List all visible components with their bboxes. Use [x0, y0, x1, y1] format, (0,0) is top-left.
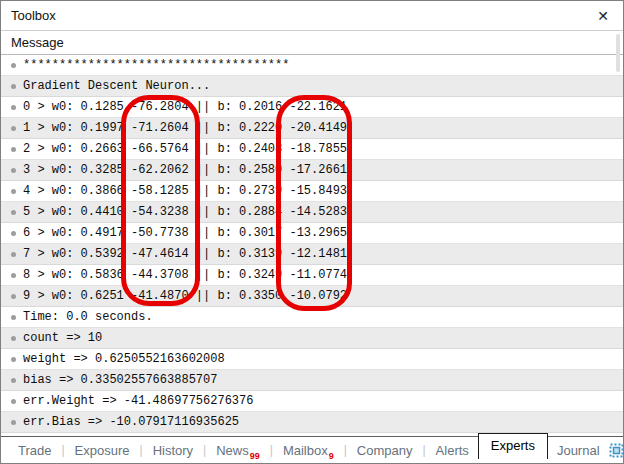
- log-message: err.Bias => -10.07917116935625: [23, 415, 239, 429]
- log-bullet-icon: [11, 315, 16, 320]
- log-bullet-icon: [11, 231, 16, 236]
- log-row[interactable]: 8 > w0: 0.5836 -44.3708 || b: 0.3249 -11…: [1, 265, 623, 286]
- toolbox-window: Toolbox ✕ Message **********************…: [0, 0, 624, 464]
- log-bullet-icon: [11, 252, 16, 257]
- log-message: 6 > w0: 0.4917 -50.7738 || b: 0.3017 -13…: [23, 226, 347, 240]
- log-message: 0 > w0: 0.1285 -76.2804 || b: 0.2016 -22…: [23, 100, 347, 114]
- log-bullet-icon: [11, 336, 16, 341]
- tab-label: Alerts: [436, 443, 469, 458]
- log-row[interactable]: count => 10: [1, 328, 623, 349]
- log-row[interactable]: *************************************: [1, 55, 623, 76]
- window-title: Toolbox: [11, 8, 56, 23]
- close-icon[interactable]: ✕: [593, 7, 613, 25]
- log-bullet-icon: [11, 294, 16, 299]
- log-bullet-icon: [11, 378, 16, 383]
- log-message: count => 10: [23, 331, 102, 345]
- log-bullet-icon: [11, 147, 16, 152]
- log-bullet-icon: [11, 273, 16, 278]
- log-bullet-icon: [11, 168, 16, 173]
- tester-chip-icon: [609, 443, 624, 458]
- message-column-header: Message: [1, 31, 623, 55]
- tab-trade[interactable]: Trade: [9, 443, 60, 458]
- titlebar: Toolbox ✕: [1, 1, 623, 31]
- column-header-label: Message: [11, 35, 64, 50]
- tab-label: Mailbox: [283, 443, 328, 458]
- log-bullet-icon: [11, 63, 16, 68]
- log-message: 3 > w0: 0.3285 -62.2062 || b: 0.2580 -17…: [23, 163, 347, 177]
- log-row[interactable]: Gradient Descent Neuron...: [1, 76, 623, 97]
- tester-button[interactable]: Tester: [609, 443, 624, 458]
- log-row[interactable]: 7 > w0: 0.5392 -47.4614 || b: 0.3139 -12…: [1, 244, 623, 265]
- log-row[interactable]: 2 > w0: 0.2663 -66.5764 || b: 0.2408 -18…: [1, 139, 623, 160]
- log-message: 7 > w0: 0.5392 -47.4614 || b: 0.3139 -12…: [23, 247, 347, 261]
- log-row[interactable]: bias => 0.33502557663885707: [1, 370, 623, 391]
- log-row[interactable]: 1 > w0: 0.1997 -71.2604 || b: 0.2220 -20…: [1, 118, 623, 139]
- log-message: 5 > w0: 0.4410 -54.3238 || b: 0.2884 -14…: [23, 205, 347, 219]
- log-row[interactable]: 9 > w0: 0.6251 -41.4870 || b: 0.3350 -10…: [1, 286, 623, 307]
- log-row[interactable]: 5 > w0: 0.4410 -54.3238 || b: 0.2884 -14…: [1, 202, 623, 223]
- log-row[interactable]: Time: 0.0 seconds.: [1, 307, 623, 328]
- log-message: 8 > w0: 0.5836 -44.3708 || b: 0.3249 -11…: [23, 268, 347, 282]
- log-row[interactable]: 6 > w0: 0.4917 -50.7738 || b: 0.3017 -13…: [1, 223, 623, 244]
- log-row[interactable]: err.Weight => -41.48697756276376: [1, 391, 623, 412]
- tab-label: Experts: [491, 438, 535, 453]
- log-message: *************************************: [23, 58, 289, 72]
- tab-label: Journal: [557, 443, 600, 458]
- tab-bar: Trade|Exposure|History|News99|Mailbox9|C…: [1, 436, 623, 463]
- tab-mailbox[interactable]: Mailbox9: [274, 443, 343, 458]
- log-bullet-icon: [11, 399, 16, 404]
- tab-alerts[interactable]: Alerts: [427, 443, 478, 458]
- tab-history[interactable]: History: [144, 443, 202, 458]
- tab-company[interactable]: Company: [348, 443, 422, 458]
- log-bullet-icon: [11, 189, 16, 194]
- log-message: bias => 0.33502557663885707: [23, 373, 217, 387]
- log-message: 4 > w0: 0.3866 -58.1285 || b: 0.2739 -15…: [23, 184, 347, 198]
- log-message: 9 > w0: 0.6251 -41.4870 || b: 0.3350 -10…: [23, 289, 347, 303]
- log-row[interactable]: 0 > w0: 0.1285 -76.2804 || b: 0.2016 -22…: [1, 97, 623, 118]
- tab-label: Exposure: [75, 443, 130, 458]
- tab-unread-badge: 99: [250, 451, 260, 461]
- log-message: Gradient Descent Neuron...: [23, 79, 210, 93]
- log-message: weight => 0.6250552163602008: [23, 352, 225, 366]
- log-bullet-icon: [11, 105, 16, 110]
- log-row[interactable]: weight => 0.6250552163602008: [1, 349, 623, 370]
- log-row[interactable]: 3 > w0: 0.3285 -62.2062 || b: 0.2580 -17…: [1, 160, 623, 181]
- tab-journal[interactable]: Journal: [548, 443, 609, 458]
- log-row[interactable]: err.Bias => -10.07917116935625: [1, 412, 623, 433]
- log-row[interactable]: 4 > w0: 0.3866 -58.1285 || b: 0.2739 -15…: [1, 181, 623, 202]
- log-bullet-icon: [11, 357, 16, 362]
- vertical-scrollbar-thumb[interactable]: [616, 34, 620, 72]
- tab-label: Company: [357, 443, 413, 458]
- log-message: 1 > w0: 0.1997 -71.2604 || b: 0.2220 -20…: [23, 121, 347, 135]
- tab-unread-badge: 9: [329, 451, 334, 461]
- log-bullet-icon: [11, 420, 16, 425]
- tab-experts[interactable]: Experts: [478, 433, 548, 459]
- log-bullet-icon: [11, 84, 16, 89]
- log-bullet-icon: [11, 210, 16, 215]
- tab-news[interactable]: News99: [207, 443, 269, 458]
- tab-label: News: [216, 443, 249, 458]
- log-message: err.Weight => -41.48697756276376: [23, 394, 253, 408]
- tab-exposure[interactable]: Exposure: [66, 443, 139, 458]
- log-bullet-icon: [11, 126, 16, 131]
- log-message: 2 > w0: 0.2663 -66.5764 || b: 0.2408 -18…: [23, 142, 347, 156]
- log-list: *************************************Gra…: [1, 55, 623, 433]
- log-message: Time: 0.0 seconds.: [23, 310, 153, 324]
- tab-label: History: [153, 443, 193, 458]
- tab-label: Trade: [18, 443, 51, 458]
